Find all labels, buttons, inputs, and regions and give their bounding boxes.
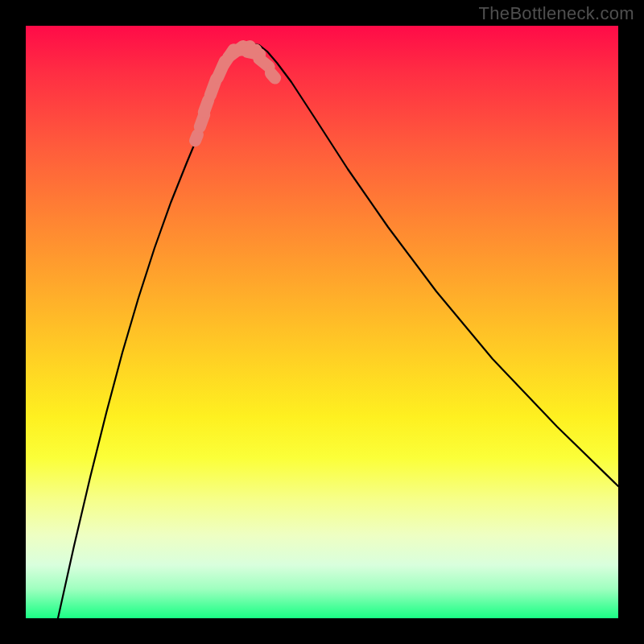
- marker-group: [196, 46, 275, 140]
- chart-frame: TheBottleneck.com: [0, 0, 644, 644]
- plot-area: [26, 26, 618, 618]
- bottleneck-curve-line: [58, 43, 618, 618]
- watermark-text: TheBottleneck.com: [479, 3, 634, 24]
- bottleneck-marker: [204, 101, 208, 113]
- bottleneck-marker: [196, 134, 198, 140]
- chart-svg: [26, 26, 618, 618]
- bottleneck-marker: [259, 59, 269, 67]
- bottleneck-marker: [270, 73, 275, 78]
